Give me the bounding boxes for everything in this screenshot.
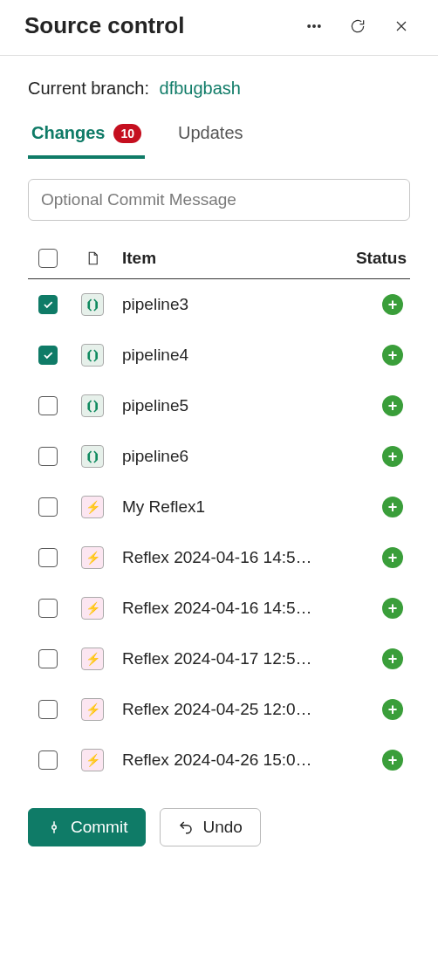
item-name: pipeline3: [122, 295, 332, 314]
pipeline-icon: ⦗⦘: [81, 394, 104, 417]
table-row[interactable]: ⦗⦘pipeline4+: [28, 330, 410, 380]
status-added-icon: +: [382, 446, 403, 467]
row-checkbox[interactable]: [38, 548, 58, 567]
pipeline-icon: ⦗⦘: [81, 293, 104, 316]
branch-name[interactable]: dfbugbash: [160, 79, 241, 98]
tabs: Changes 10 Updates: [28, 123, 410, 160]
pipeline-icon: ⦗⦘: [81, 344, 104, 367]
item-name: Reflex 2024-04-26 15:0…: [122, 750, 332, 770]
table-row[interactable]: ⦗⦘pipeline3+: [28, 279, 410, 330]
select-all-checkbox[interactable]: [38, 249, 58, 268]
status-added-icon: +: [382, 648, 403, 669]
item-name: Reflex 2024-04-17 12:5…: [122, 649, 332, 668]
status-added-icon: +: [382, 497, 403, 517]
status-added-icon: +: [382, 598, 403, 619]
reflex-icon: ⚡: [81, 546, 104, 569]
row-checkbox[interactable]: [38, 346, 58, 365]
status-added-icon: +: [382, 699, 403, 720]
close-icon[interactable]: [389, 14, 414, 38]
table-row[interactable]: ⚡Reflex 2024-04-16 14:5…+: [28, 532, 410, 583]
row-checkbox[interactable]: [38, 295, 58, 314]
more-icon[interactable]: [302, 14, 326, 38]
status-added-icon: +: [382, 547, 403, 568]
item-name: Reflex 2024-04-16 14:5…: [122, 599, 332, 618]
reflex-icon: ⚡: [81, 496, 104, 518]
reflex-icon: ⚡: [81, 749, 104, 771]
item-name: pipeline6: [122, 447, 332, 466]
row-checkbox[interactable]: [38, 750, 58, 770]
tab-updates-label: Updates: [178, 123, 243, 143]
svg-point-1: [313, 24, 316, 27]
table-row[interactable]: ⚡Reflex 2024-04-16 14:5…+: [28, 583, 410, 634]
status-added-icon: +: [382, 750, 403, 771]
row-checkbox[interactable]: [38, 599, 58, 618]
table-row[interactable]: ⚡My Reflex1+: [28, 482, 410, 532]
row-checkbox[interactable]: [38, 497, 58, 517]
column-status[interactable]: Status: [340, 249, 410, 268]
table-row[interactable]: ⚡Reflex 2024-04-26 15:0…+: [28, 735, 410, 785]
file-icon: [68, 249, 117, 268]
header-actions: [302, 14, 414, 38]
item-name: Reflex 2024-04-25 12:0…: [122, 700, 332, 719]
item-name: pipeline4: [122, 346, 332, 365]
action-bar: Commit Undo: [28, 785, 410, 846]
svg-point-0: [308, 24, 311, 27]
items-list: ⦗⦘pipeline3+⦗⦘pipeline4+⦗⦘pipeline5+⦗⦘pi…: [28, 279, 410, 785]
row-checkbox[interactable]: [38, 649, 58, 668]
table-row[interactable]: ⚡Reflex 2024-04-17 12:5…+: [28, 634, 410, 684]
row-checkbox[interactable]: [38, 700, 58, 719]
svg-point-2: [318, 24, 321, 27]
tab-changes-label: Changes: [31, 123, 105, 143]
table-header: Item Status: [28, 240, 410, 279]
reflex-icon: ⚡: [81, 597, 104, 620]
commit-message-input[interactable]: [28, 179, 410, 221]
panel-title: Source control: [24, 12, 184, 39]
reflex-icon: ⚡: [81, 698, 104, 721]
pipeline-icon: ⦗⦘: [81, 445, 104, 468]
commit-button-label: Commit: [71, 818, 127, 837]
status-added-icon: +: [382, 395, 403, 416]
table-row[interactable]: ⦗⦘pipeline5+: [28, 380, 410, 431]
status-added-icon: +: [382, 294, 403, 315]
undo-button[interactable]: Undo: [160, 808, 260, 846]
reflex-icon: ⚡: [81, 648, 104, 670]
status-added-icon: +: [382, 345, 403, 366]
svg-point-3: [52, 826, 57, 830]
table-row[interactable]: ⚡Reflex 2024-04-25 12:0…+: [28, 684, 410, 735]
changes-count-badge: 10: [113, 124, 141, 143]
item-name: pipeline5: [122, 396, 332, 415]
row-checkbox[interactable]: [38, 396, 58, 415]
tab-changes[interactable]: Changes 10: [28, 123, 145, 159]
item-name: My Reflex1: [122, 497, 332, 517]
table-row[interactable]: ⦗⦘pipeline6+: [28, 431, 410, 482]
commit-button[interactable]: Commit: [28, 808, 146, 846]
item-name: Reflex 2024-04-16 14:5…: [122, 548, 332, 567]
undo-button-label: Undo: [202, 818, 242, 837]
current-branch: Current branch: dfbugbash: [28, 79, 410, 99]
row-checkbox[interactable]: [38, 447, 58, 466]
tab-updates[interactable]: Updates: [175, 123, 247, 159]
refresh-icon[interactable]: [346, 14, 370, 38]
panel-header: Source control: [0, 0, 438, 56]
branch-label: Current branch:: [28, 79, 149, 98]
column-item[interactable]: Item: [117, 249, 340, 268]
